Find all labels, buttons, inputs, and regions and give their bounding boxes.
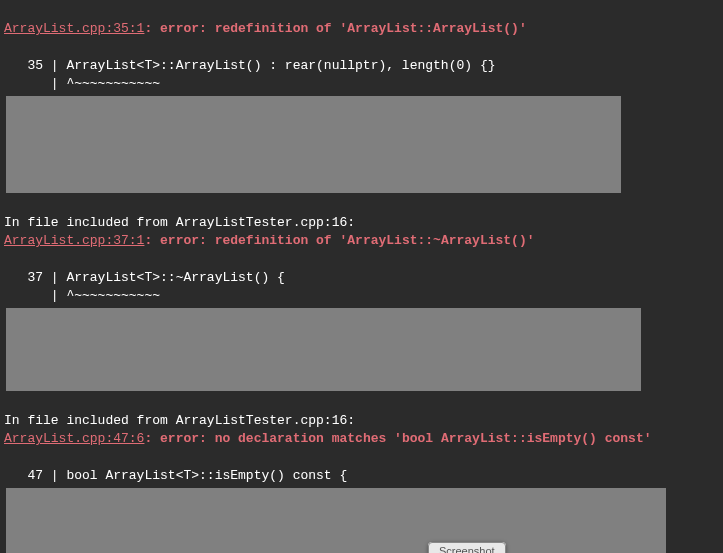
code-line-2: 37 | ArrayList<T>::~ArrayList() { — [4, 270, 285, 285]
file-link-1[interactable]: ArrayList.cpp:35:1 — [4, 21, 144, 36]
obscured-region-1 — [6, 96, 621, 193]
screenshot-overlay: Screenshot — [428, 543, 506, 553]
code-line-3: 47 | bool ArrayList<T>::isEmpty() const … — [4, 468, 347, 483]
compiler-output: ArrayList.cpp:35:1: error: redefinition … — [0, 0, 723, 553]
file-link-3[interactable]: ArrayList.cpp:47:6 — [4, 431, 144, 446]
obscured-region-3 — [6, 488, 666, 553]
include-line-1: In file included from ArrayListTester.cp… — [4, 215, 355, 230]
file-link-2[interactable]: ArrayList.cpp:37:1 — [4, 233, 144, 248]
screenshot-button[interactable]: Screenshot — [428, 542, 506, 553]
error-line-3: ArrayList.cpp:47:6: error: no declaratio… — [4, 430, 719, 448]
caret-line-2: | ^~~~~~~~~~~~ — [4, 288, 160, 303]
code-line-1: 35 | ArrayList<T>::ArrayList() : rear(nu… — [4, 58, 495, 73]
include-line-2: In file included from ArrayListTester.cp… — [4, 413, 355, 428]
error-line-2: ArrayList.cpp:37:1: error: redefinition … — [4, 232, 719, 250]
caret-line-1: | ^~~~~~~~~~~~ — [4, 76, 160, 91]
obscured-region-2 — [6, 308, 641, 391]
error-line-1: ArrayList.cpp:35:1: error: redefinition … — [4, 20, 719, 38]
